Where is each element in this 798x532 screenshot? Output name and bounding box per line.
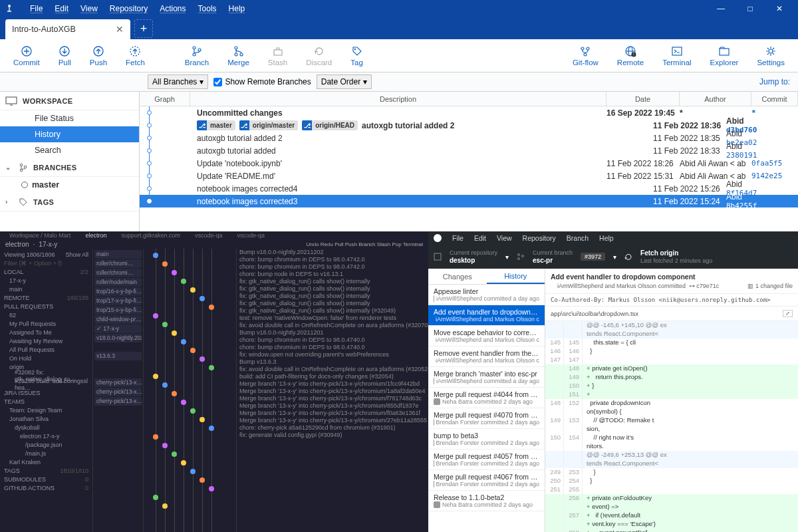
kraken-branch-pill[interactable]: roller/node/main: [94, 278, 142, 287]
kraken-branch-pill[interactable]: cherry-pick/13-x…: [94, 378, 142, 387]
col-graph[interactable]: Graph: [140, 92, 190, 106]
commit-button[interactable]: Commit: [4, 40, 49, 72]
kraken-side-item[interactable]: Team: Design Team: [3, 406, 90, 414]
ghd-commit-item[interactable]: bump to beta3 Brendan Forster committed …: [428, 429, 545, 450]
kraken-commit-row[interactable]: Merge branch '13-x-y' into cherry-pick/1…: [237, 410, 428, 417]
close-button[interactable]: ✕: [765, 0, 794, 17]
ghd-commit-item[interactable]: Add event handler to dropdown compon… iA…: [428, 305, 545, 326]
merge-button[interactable]: Merge: [218, 40, 259, 72]
kraken-branch-pill[interactable]: ✓ 17-x-y: [94, 325, 142, 333]
kraken-branch-pill[interactable]: trop/15-x-y-bp-fi…: [94, 306, 142, 315]
kraken-commit-row[interactable]: Bump v18.0.0-nightly.20211201: [237, 329, 428, 336]
history-row[interactable]: Uncommitted changes16 Sep 2022 19:45**: [140, 106, 798, 119]
ghd-pr-badge[interactable]: #3972: [581, 253, 605, 261]
kraken-side-item[interactable]: 82: [3, 311, 90, 319]
ghd-menu[interactable]: Help: [599, 234, 614, 242]
col-description[interactable]: Description: [190, 92, 606, 106]
kraken-branch-pill[interactable]: v18.0.0-nightly.202…: [94, 334, 142, 342]
kraken-commit-row[interactable]: Merge branch '13-x-y' into cherry-pick/1…: [237, 388, 428, 395]
kraken-commit-row[interactable]: test: remove 'nativeWindowOpen: false' f…: [237, 315, 428, 322]
kraken-commit-row[interactable]: fix: window.open not overriding parent's…: [237, 351, 428, 358]
kraken-commit-row[interactable]: fix: gtk_native_dialog_run() calls show(…: [237, 285, 428, 293]
new-tab-button[interactable]: +: [134, 19, 153, 38]
col-commit[interactable]: Commit: [751, 92, 798, 106]
remote-button[interactable]: !Remote: [608, 40, 653, 72]
kraken-commit-row[interactable]: Bump v13.6.3: [237, 358, 428, 366]
kraken-commit-row[interactable]: fix: avoid double call in OnRefreshCompl…: [237, 322, 428, 329]
kraken-commit-row[interactable]: Merge branch '13-x-y' into cherry-pick/1…: [237, 417, 428, 424]
kraken-side-item[interactable]: #28288 build: add boringssl hea…: [3, 380, 90, 388]
history-row[interactable]: Update 'notebook.ipynb'11 Feb 2022 18:26…: [140, 157, 798, 170]
ghd-commit-item[interactable]: Remove event handler from the branches… …: [428, 346, 545, 367]
kraken-tab[interactable]: vscode-qa: [233, 232, 269, 239]
kraken-side-item[interactable]: TEAMS: [3, 397, 90, 406]
kraken-commit-row[interactable]: chore: cherry-pick a5a6125290cd from chr…: [237, 424, 428, 432]
kraken-branch-pill[interactable]: trop/16-x-y-bp-fi…: [94, 287, 142, 296]
ghd-commit-item[interactable]: Merge pull request #4044 from desktop/… …: [428, 388, 545, 408]
kraken-commit-row[interactable]: chore: bump chromium in DEPS to 98.0.474…: [237, 344, 428, 351]
kraken-side-item[interactable]: REMOTE188/188: [3, 293, 90, 302]
ghd-commit-item[interactable]: Merge pull request #4057 from desktop/… …: [428, 450, 545, 470]
ghd-commit-item[interactable]: Move escape behavior to correct compo… i…: [428, 326, 545, 346]
kraken-tab[interactable]: Workspace / Malo Mart: [5, 232, 74, 239]
close-tab-icon[interactable]: ✕: [116, 24, 124, 35]
history-row[interactable]: notebook images corrected411 Feb 2022 15…: [140, 182, 798, 195]
kraken-branch-pill[interactable]: trop/17-x-y-bp-fi…: [94, 297, 142, 305]
kraken-side-item[interactable]: Jonathan Silva: [3, 414, 90, 423]
expand-icon[interactable]: ⤢: [783, 310, 793, 317]
gitflow-button[interactable]: Git-flow: [563, 40, 608, 72]
menu-view[interactable]: View: [74, 4, 104, 13]
sidebar-file-status[interactable]: File Status: [0, 110, 139, 126]
col-author[interactable]: Author: [680, 92, 751, 106]
order-dropdown[interactable]: Date Order ▾: [317, 74, 372, 89]
menu-help[interactable]: Help: [223, 4, 251, 13]
kraken-commit-row[interactable]: Merge branch '13-x-y' into cherry-pick/1…: [237, 380, 428, 388]
kraken-side-item[interactable]: /package.json: [3, 440, 90, 449]
changed-files[interactable]: ▥ 1 changed file: [747, 283, 793, 289]
minimize-button[interactable]: —: [706, 0, 735, 17]
stash-button[interactable]: Stash: [259, 40, 297, 72]
kraken-side-item[interactable]: SUBMODULES0: [3, 475, 90, 483]
kraken-tab[interactable]: vscode-qa: [191, 232, 227, 239]
kraken-branch-pill[interactable]: cherry-pick/13-x…: [94, 397, 142, 406]
ghd-tab-changes[interactable]: Changes: [428, 269, 487, 284]
ghd-commit-item[interactable]: Merge pull request #4070 from desktop/… …: [428, 408, 545, 429]
kraken-commit-row[interactable]: fix: generate valid config.gypi (#30949): [237, 432, 428, 439]
explorer-button[interactable]: Explorer: [701, 40, 748, 72]
ghd-fetch-button[interactable]: Fetch originLast fetched 2 minutes ago: [640, 249, 712, 264]
ghd-commit-item[interactable]: Release to 1.1.0-beta2 Neha Batra commit…: [428, 491, 545, 511]
ghd-commit-item[interactable]: Appease linter iAmWillShepherd committed…: [428, 285, 545, 305]
kraken-side-item[interactable]: Karl Kraken: [3, 458, 90, 466]
kraken-commit-row[interactable]: chore: bump chromium in DEPS to 98.0.474…: [237, 263, 428, 271]
history-row[interactable]: autoxgb tutorial added 211 Feb 2022 18:3…: [140, 132, 798, 144]
kraken-side-item[interactable]: My Pull Requests: [3, 319, 90, 328]
kraken-branch-pill[interactable]: main: [94, 250, 142, 259]
ghd-menu[interactable]: Branch: [567, 234, 589, 242]
col-date[interactable]: Date: [606, 92, 680, 106]
kraken-branch-pill[interactable]: roller/chromi…: [94, 269, 142, 277]
fetch-button[interactable]: Fetch: [116, 40, 154, 72]
kraken-side-item[interactable]: All Pull Requests: [3, 345, 90, 354]
kraken-commit-row[interactable]: fix: gtk_native_dialog_run() calls show(…: [237, 300, 428, 307]
kraken-commit-row[interactable]: chore: bump chromium in DEPS to 98.0.474…: [237, 256, 428, 263]
sidebar-search[interactable]: Search: [0, 142, 139, 158]
ghd-menu[interactable]: Edit: [474, 234, 486, 242]
history-row[interactable]: Update 'README.md'11 Feb 2022 15:31Abid …: [140, 170, 798, 182]
kraken-commit-row[interactable]: Bump v18.0.0-nightly.20211202: [237, 249, 428, 256]
kraken-branch-pill[interactable]: child-window-pr…: [94, 315, 142, 324]
kraken-commit-row[interactable]: Merge branch '13-x-y' into cherry-pick/1…: [237, 402, 428, 410]
pull-button[interactable]: Pull: [49, 40, 80, 72]
kraken-side-item[interactable]: On Hold: [3, 354, 90, 362]
ghd-branch-dropdown[interactable]: Current branchesc-pr: [533, 249, 573, 264]
discard-button[interactable]: Discard: [297, 40, 341, 72]
kraken-side-item[interactable]: Awaiting My Review: [3, 336, 90, 345]
menu-file[interactable]: File: [24, 4, 49, 13]
show-remote-checkbox[interactable]: Show Remote Branches: [213, 77, 311, 86]
tab-repo[interactable]: Intro-to-AutoXGB ✕: [5, 19, 130, 39]
history-row[interactable]: ⎇master⎇origin/master⎇origin/HEADautoxgb…: [140, 119, 798, 132]
ghd-menu[interactable]: File: [452, 234, 464, 242]
kraken-branch-pill[interactable]: roller/chromi…: [94, 259, 142, 268]
ghd-menu[interactable]: Repository: [523, 234, 556, 242]
maximize-button[interactable]: □: [735, 0, 765, 17]
kraken-tab[interactable]: support.gitkraken.com: [117, 232, 184, 239]
